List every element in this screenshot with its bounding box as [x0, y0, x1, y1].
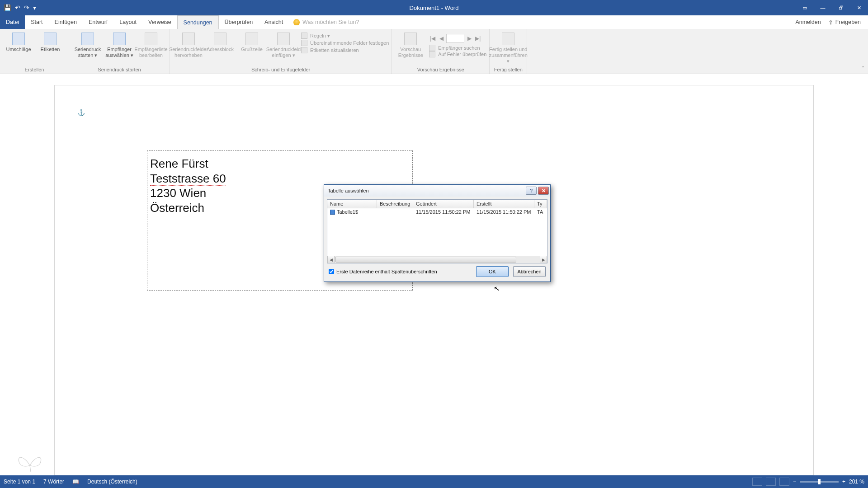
zoom-level[interactable]: 201 % [849, 479, 864, 485]
redo-icon[interactable]: ↷ [24, 4, 29, 11]
tab-insert[interactable]: Einfügen [49, 15, 83, 29]
select-recipients-button[interactable]: Empfänger auswählen ▾ [104, 31, 135, 58]
text-frame[interactable]: Rene Fürst Teststrasse 60 1230 Wien Öste… [147, 150, 413, 291]
match-icon [301, 40, 307, 46]
close-icon[interactable]: ✕ [850, 0, 868, 15]
address-block-label: Adressblock [207, 47, 234, 52]
search-icon [429, 45, 435, 51]
address-line-1: Rene Fürst [150, 156, 410, 171]
tab-references[interactable]: Verweise [142, 15, 177, 29]
watermark-icon [16, 452, 43, 473]
ribbon-group-finish: Fertig stellen und zusammenführen ▾ Fert… [490, 29, 527, 74]
titlebar: 💾 ↶ ↷ ▾ Dokument1 - Word ▭ — 🗗 ✕ [0, 0, 868, 15]
word-count[interactable]: 7 Wörter [43, 479, 64, 485]
restore-icon[interactable]: 🗗 [832, 0, 850, 15]
tell-me-placeholder: Was möchten Sie tun? [302, 19, 359, 25]
find-recipient-button[interactable]: Empfänger suchen [429, 45, 486, 51]
prev-record-button[interactable]: ◀ [438, 35, 445, 42]
group-caption-write-insert: Schreib- und Einfügefelder [173, 67, 389, 73]
group-caption-start-merge: Seriendruck starten [72, 67, 167, 73]
edit-recipient-list-label: Empfängerliste bearbeiten [134, 47, 167, 58]
last-record-button[interactable]: ▶| [474, 35, 481, 42]
match-fields-button[interactable]: Übereinstimmende Felder festlegen [301, 40, 389, 46]
tab-start[interactable]: Start [25, 15, 48, 29]
window-title: Dokument1 - Word [410, 5, 459, 11]
anchor-icon: ⚓ [77, 109, 85, 116]
quick-access-toolbar: 💾 ↶ ↷ ▾ [0, 4, 36, 11]
ribbon-group-preview: Vorschau Ergebnisse |◀ ◀ ▶ ▶| Empfänger … [392, 29, 490, 74]
tell-me-search[interactable]: Was möchten Sie tun? [289, 15, 359, 29]
next-record-button[interactable]: ▶ [466, 35, 473, 42]
group-caption-create: Erstellen [3, 67, 66, 73]
zoom-in-button[interactable]: + [842, 479, 845, 485]
labels-label: Etiketten [41, 47, 60, 52]
insert-field-icon [277, 33, 290, 45]
save-icon[interactable]: 💾 [4, 4, 11, 11]
label-icon [44, 33, 57, 45]
tab-view[interactable]: Ansicht [259, 15, 289, 29]
insert-merge-field-label: Seriendruckfeld einfügen ▾ [266, 47, 301, 58]
edit-list-icon [145, 33, 157, 45]
first-record-button[interactable]: |◀ [429, 35, 436, 42]
proofing-icon[interactable]: 📖 [72, 479, 79, 485]
address-block-button[interactable]: Adressblock [204, 31, 236, 52]
web-layout-button[interactable] [779, 478, 789, 486]
lightbulb-icon [293, 19, 300, 25]
check-errors-button[interactable]: Auf Fehler überprüfen [429, 51, 486, 57]
tab-mailings[interactable]: Sendungen [177, 15, 219, 29]
record-number-input[interactable] [446, 34, 464, 43]
tab-design[interactable]: Entwurf [83, 15, 113, 29]
tab-layout[interactable]: Layout [113, 15, 142, 29]
finish-icon [502, 33, 514, 45]
find-recipient-label: Empfänger suchen [438, 45, 480, 51]
highlight-merge-fields-button[interactable]: Seriendruckfelder hervorheben [173, 31, 204, 58]
finish-merge-button[interactable]: Fertig stellen und zusammenführen ▾ [492, 31, 524, 65]
share-button[interactable]: ⇪ Freigeben [828, 19, 861, 26]
update-labels-label: Etiketten aktualisieren [310, 47, 359, 53]
check-errors-label: Auf Fehler überprüfen [438, 52, 486, 57]
preview-results-button[interactable]: Vorschau Ergebnisse [395, 31, 426, 58]
greeting-line-label: Grußzeile [241, 47, 263, 52]
read-mode-button[interactable] [752, 478, 762, 486]
insert-merge-field-button[interactable]: Seriendruckfeld einfügen ▾ [268, 31, 299, 58]
envelopes-button[interactable]: Umschläge [3, 31, 34, 52]
highlight-icon [182, 33, 195, 45]
greeting-icon [245, 33, 258, 45]
group-caption-preview: Vorschau Ergebnisse [395, 67, 486, 73]
select-recipients-label: Empfänger auswählen ▾ [104, 47, 135, 58]
window-controls: ▭ — 🗗 ✕ [796, 0, 868, 15]
ribbon-group-start-merge: Seriendruck starten ▾ Empfänger auswähle… [69, 29, 170, 74]
labels-button[interactable]: Etiketten [34, 31, 66, 52]
tab-file[interactable]: Datei [0, 15, 25, 29]
envelope-icon [12, 33, 25, 45]
address-line-3: 1230 Wien [150, 186, 410, 201]
address-line-4: Österreich [150, 201, 410, 216]
ribbon-tabs: Datei Start Einfügen Entwurf Layout Verw… [0, 15, 868, 29]
share-icon: ⇪ [828, 19, 833, 26]
qat-more-icon[interactable]: ▾ [33, 4, 36, 11]
print-layout-button[interactable] [766, 478, 776, 486]
ribbon-group-write-insert: Seriendruckfelder hervorheben Adressbloc… [170, 29, 392, 74]
minimize-icon[interactable]: — [814, 0, 832, 15]
greeting-line-button[interactable]: Grußzeile [236, 31, 268, 52]
start-mail-merge-button[interactable]: Seriendruck starten ▾ [72, 31, 104, 58]
highlight-merge-fields-label: Seriendruckfelder hervorheben [169, 47, 208, 58]
addressblock-icon [214, 33, 226, 45]
record-navigator: |◀ ◀ ▶ ▶| [429, 31, 486, 43]
edit-recipient-list-button[interactable]: Empfängerliste bearbeiten [135, 31, 167, 58]
rules-button[interactable]: Regeln ▾ [301, 33, 389, 39]
share-label: Freigeben [835, 19, 861, 25]
ribbon-display-options-icon[interactable]: ▭ [796, 0, 814, 15]
zoom-slider[interactable] [800, 481, 839, 483]
collapse-ribbon-icon[interactable]: ˄ [862, 66, 864, 72]
ribbon: Umschläge Etiketten Erstellen Seriendruc… [0, 29, 868, 74]
document-page[interactable]: ⚓ Rene Fürst Teststrasse 60 1230 Wien Ös… [54, 85, 814, 475]
update-labels-button[interactable]: Etiketten aktualisieren [301, 47, 389, 53]
page-indicator[interactable]: Seite 1 von 1 [4, 479, 35, 485]
undo-icon[interactable]: ↶ [15, 4, 20, 11]
error-check-icon [429, 51, 435, 57]
zoom-out-button[interactable]: − [793, 479, 796, 485]
signin-link[interactable]: Anmelden [795, 19, 821, 25]
language-indicator[interactable]: Deutsch (Österreich) [87, 479, 137, 485]
tab-review[interactable]: Überprüfen [219, 15, 259, 29]
